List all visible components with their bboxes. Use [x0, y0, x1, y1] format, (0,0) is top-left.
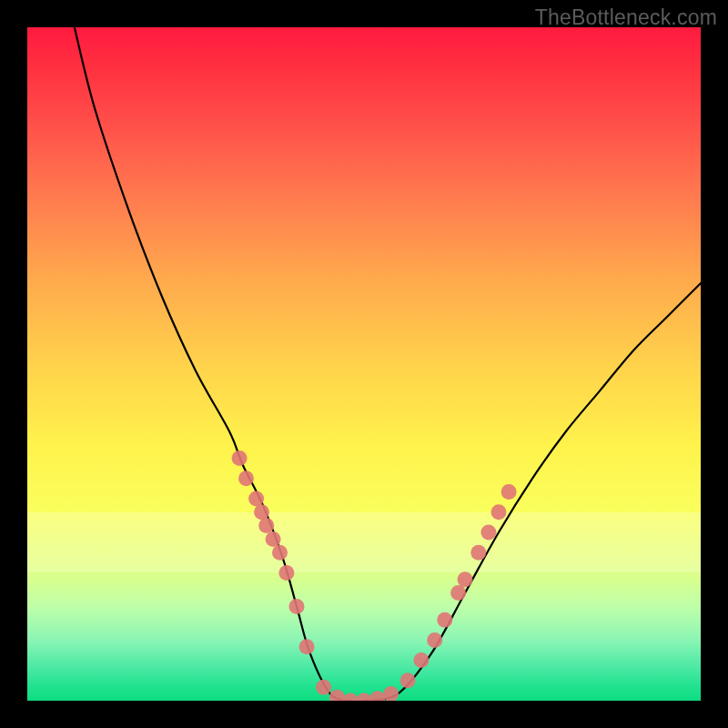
marker-dot	[278, 565, 294, 581]
watermark-text: TheBottleneck.com	[535, 5, 717, 30]
bottleneck-curve	[75, 27, 701, 701]
marker-dot	[266, 531, 281, 547]
marker-dot	[437, 612, 452, 628]
marker-dot	[289, 599, 305, 614]
marker-dot	[450, 585, 466, 601]
outer-frame: TheBottleneck.com	[0, 0, 728, 728]
marker-dots	[232, 450, 517, 701]
marker-dot	[413, 652, 429, 668]
marker-dot	[369, 691, 385, 701]
marker-dot	[357, 693, 372, 702]
marker-dot	[232, 450, 248, 466]
marker-dot	[458, 571, 473, 587]
marker-dot	[272, 545, 288, 561]
chart-plot-area	[27, 27, 701, 701]
marker-dot	[383, 686, 399, 701]
marker-dot	[501, 484, 517, 500]
marker-dot	[343, 693, 359, 702]
marker-dot	[258, 518, 274, 533]
marker-dot	[254, 504, 269, 520]
marker-dot	[238, 470, 254, 486]
marker-dot	[480, 525, 496, 541]
highlight-band	[27, 512, 701, 573]
marker-dot	[316, 680, 331, 695]
marker-dot	[427, 632, 442, 648]
marker-dot	[491, 504, 507, 520]
marker-dot	[248, 491, 264, 507]
marker-dot	[329, 690, 345, 701]
marker-dot	[400, 672, 416, 688]
chart-svg	[27, 27, 701, 701]
marker-dot	[470, 545, 486, 561]
marker-dot	[299, 639, 315, 654]
